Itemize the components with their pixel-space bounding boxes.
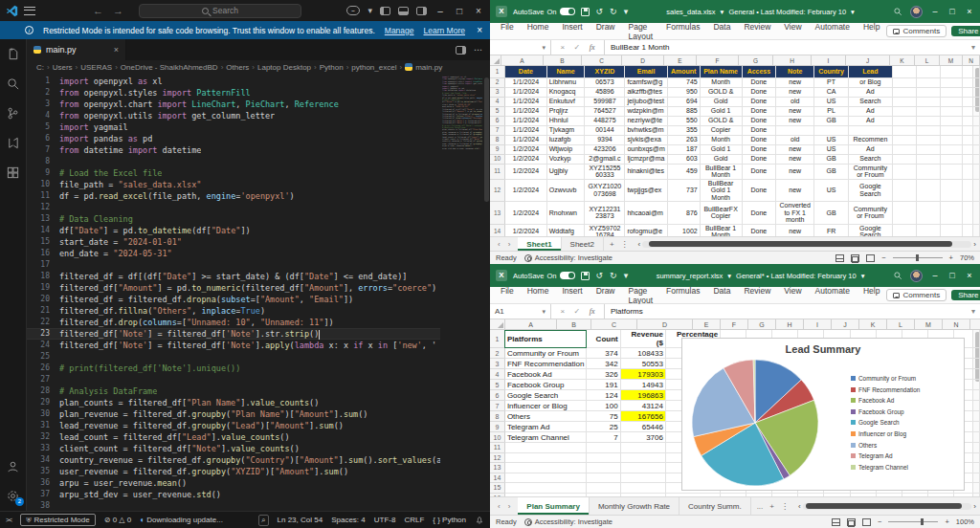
empty-cell[interactable] (587, 452, 620, 463)
cell[interactable]: Ozwvuvb (546, 179, 585, 202)
tab-close-icon[interactable]: × (114, 45, 119, 55)
name-box[interactable]: ▾ (490, 40, 551, 55)
cell[interactable]: Ad (848, 106, 892, 116)
cell[interactable]: GXYZ1020 073698 (585, 179, 625, 202)
cell[interactable]: BullBear 1 Month (700, 224, 742, 236)
cell[interactable]: Wddtafg (546, 224, 585, 236)
update-progress[interactable]: ◐ Downloading update... (140, 516, 223, 524)
cell[interactable]: Month (700, 135, 742, 144)
empty-cell[interactable] (963, 97, 980, 106)
empty-cell[interactable] (916, 179, 940, 202)
empty-cell[interactable] (941, 77, 963, 87)
cell[interactable]: FNF Recommendation (504, 359, 586, 369)
row-header[interactable]: 5 (490, 106, 505, 116)
empty-cell[interactable] (916, 164, 940, 179)
cell[interactable]: 550 (667, 116, 700, 125)
cell[interactable]: hinakni@tes (625, 164, 667, 179)
cell[interactable]: US (814, 144, 849, 154)
cell[interactable]: Others (504, 411, 586, 422)
code-line[interactable]: 16end_date = "2024-05-31" (27, 248, 440, 259)
ribbon-tab-insert[interactable]: Insert (555, 286, 589, 305)
formula-expand-icon[interactable]: ▾ (967, 304, 980, 319)
ribbon-tab-home[interactable]: Home (521, 22, 556, 41)
close-button[interactable]: × (473, 6, 484, 16)
column-header-J[interactable]: J (832, 319, 859, 329)
cell[interactable]: US (814, 179, 849, 202)
code-line[interactable]: 12 (27, 202, 440, 213)
cell[interactable]: 1/2/2024 (505, 144, 547, 154)
cell[interactable]: Ad (848, 144, 892, 154)
column-header-G[interactable]: G (739, 55, 773, 65)
empty-cell[interactable] (953, 493, 979, 496)
cell[interactable]: 43124 (620, 401, 665, 411)
code-line[interactable]: 17 (27, 259, 440, 271)
cell[interactable]: old (776, 97, 814, 106)
next-sheet-icon[interactable]: › (508, 240, 511, 249)
cell[interactable]: 167656 (620, 411, 665, 422)
run-debug-icon[interactable] (6, 136, 20, 150)
column-header-F[interactable]: F (721, 319, 748, 329)
enter-icon[interactable]: ✓ (574, 307, 581, 316)
column-header-D[interactable]: D (637, 319, 693, 329)
empty-cell[interactable] (892, 125, 916, 135)
cell[interactable]: Done (742, 97, 776, 106)
row-header[interactable]: 2 (490, 348, 504, 359)
row-header[interactable]: 14 (490, 224, 505, 236)
cell[interactable]: Facebook Ad (504, 369, 586, 380)
cell[interactable]: 179303 (620, 369, 665, 380)
bell-icon[interactable] (475, 516, 484, 525)
code-line[interactable]: 13# Data Cleaning (27, 213, 440, 225)
cell[interactable]: 423206 (585, 144, 625, 154)
code-line[interactable]: 31lead_revenue = filtered_df.groupby("Le… (27, 420, 440, 431)
column-header-C[interactable]: C (591, 319, 637, 329)
code-line[interactable]: 9# Load the Excel file (27, 167, 440, 179)
cell[interactable]: Wtjwoip (546, 144, 585, 154)
ribbon-tab-draw[interactable]: Draw (590, 22, 622, 41)
undo-icon[interactable]: ↺ (596, 7, 604, 16)
ribbon-tab-automate[interactable]: Automate (809, 286, 857, 305)
cell[interactable]: Gold 1 (700, 144, 742, 154)
zoom-in-icon[interactable]: + (949, 253, 953, 262)
code-line[interactable]: 29plan_counts = filtered_df["Plan Name"]… (27, 397, 440, 408)
empty-cell[interactable] (941, 144, 963, 154)
cell[interactable]: 355 (667, 125, 700, 135)
empty-cell[interactable] (941, 135, 963, 144)
cell[interactable]: GOLD & (700, 87, 742, 97)
qat-caret-icon[interactable]: ▾ (624, 7, 629, 16)
column-header-H[interactable]: H (776, 319, 804, 329)
cell[interactable]: BullBearFX Copier (700, 202, 742, 225)
avatar[interactable] (910, 6, 923, 18)
cell[interactable]: 14943 (620, 380, 665, 390)
next-sheet-icon[interactable]: › (508, 502, 511, 511)
cell[interactable]: Google Search (504, 390, 586, 401)
column-title-cell[interactable]: Access (742, 66, 776, 77)
cell[interactable]: Prqljrz (546, 106, 585, 116)
cell[interactable]: old (776, 135, 814, 144)
cell[interactable]: 9394 (585, 135, 625, 144)
cell[interactable]: CA (814, 87, 849, 97)
cell[interactable]: Knogacq (546, 87, 585, 97)
row-header[interactable]: 14 (490, 473, 504, 483)
cell[interactable]: Done (742, 164, 776, 179)
fx-icon[interactable]: fx (590, 307, 595, 316)
autosave-toggle[interactable]: AutoSave On (513, 8, 575, 16)
cell[interactable]: 1/2/2024 (505, 154, 547, 164)
code-line[interactable]: 7from datetime import datetime (27, 144, 440, 156)
ribbon-tab-review[interactable]: Review (737, 286, 777, 305)
row-header[interactable]: 13 (490, 463, 504, 473)
cell[interactable]: US (814, 135, 849, 144)
zoom-in-icon[interactable]: + (945, 517, 948, 526)
row-header[interactable]: 6 (490, 116, 505, 125)
cell[interactable]: Google Search (848, 224, 892, 236)
cell[interactable]: 3706 (620, 432, 665, 443)
cell[interactable]: Community or Froum (504, 348, 586, 359)
share-button[interactable]: Share ▾ (951, 290, 980, 300)
row-header[interactable]: 9 (490, 144, 505, 154)
cell[interactable]: Rnohxwn (546, 202, 585, 225)
cell[interactable]: 1/1/2024 (505, 135, 547, 144)
formula-bar[interactable]: BullBear 1 Month (605, 40, 967, 55)
cell[interactable] (848, 125, 892, 135)
cell[interactable]: 1/1/2024 (505, 125, 547, 135)
row-header[interactable]: 4 (490, 97, 505, 106)
empty-cell[interactable] (941, 154, 963, 164)
